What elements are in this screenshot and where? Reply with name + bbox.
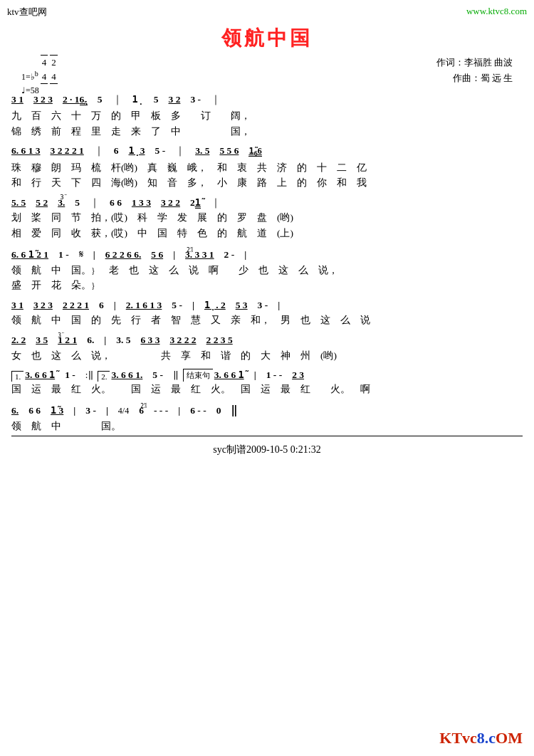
lyrics-line-8a: 领 航 中 国。 bbox=[11, 419, 523, 434]
repeat-bracket-2: 2. bbox=[98, 371, 110, 382]
tempo-block: 1=♭b 44 24 ♩=58 bbox=[21, 55, 58, 97]
notation-line-2: 6. 6 1 3 3 2 2 2 1 ｜ 6 1̣3 5 - ｜ 3. 5 5 … bbox=[11, 143, 523, 159]
repeat-bracket-1: 1. bbox=[11, 371, 23, 382]
lyrics-line-7a: 国 运 最 红 火。 国 运 最 红 火。 国 运 最 红 火。 啊 bbox=[11, 382, 523, 397]
lyrics-line-1a: 九 百 六 十 万 的 甲 板 多 订 阔， bbox=[11, 108, 523, 124]
header-right: www.ktvc8.com bbox=[466, 6, 527, 17]
lyrics-line-2b: 和 行 天 下 四 海(哟) 知 音 多， 小 康 路 上 的 你 和 我 bbox=[11, 175, 523, 191]
header-left: ktv查吧网 bbox=[7, 6, 47, 19]
authors: 作词：李福胜 曲波 作曲：蜀 远 生 bbox=[436, 55, 513, 86]
lyrics-line-5a: 领 航 中 国 的 先 行 者 智 慧 又 亲 和， 男 也 这 么 说 bbox=[11, 313, 523, 328]
notation-line-5: 3 1 3 2 3 2 2 2 1 6 | 2. 1 6 1 3 5 - | 1… bbox=[11, 298, 523, 313]
notation-line-7b: 3. 6 6 1. 5 - ‖ bbox=[111, 369, 178, 382]
notation-line-4: 6. 6 1̃ 2 1 1 - 𝄋 | 6 2 2 6 6. 5 6 | 2̈3… bbox=[11, 246, 523, 263]
footer-logo: KTvc8.cOM bbox=[439, 729, 523, 747]
notation-line-7c: 3. 6 6 1̃ | 1 - - 2 3 bbox=[214, 369, 304, 382]
lyrics-line-4a: 领 航 中 国。｝ 老 也 这 么 说 啊 少 也 这 么 说， bbox=[11, 263, 523, 278]
notation-line-6: 2. 2 3 5 3̈1 2 1 6. | 3. 5 6 3 3 3 2 2 2… bbox=[11, 332, 523, 348]
meta-info: 1=♭b 44 24 ♩=58 作词：李福胜 曲波 作曲：蜀 远 生 bbox=[21, 55, 513, 92]
notation-line-7a: 3. 6 6 1̃ 1 - :‖ bbox=[25, 369, 93, 382]
main-title: 领航中国 bbox=[0, 0, 534, 55]
lyrics-line-3a: 划 桨 同 节 拍，(哎) 科 学 发 展 的 罗 盘 (哟) bbox=[11, 210, 523, 226]
score-wrapper: 3 1 3 2 3 2 · 165 5 ｜ 1̣ 5 3 2 3 - ｜ 九 百… bbox=[11, 92, 523, 436]
footer-credit: syc制谱2009-10-5 0:21:32 bbox=[0, 443, 534, 456]
repeat-bracket-ending: 结束句 bbox=[183, 369, 213, 382]
notation-line-8: 6. 6 6 1̃ 3 | 3 - | 4/4 2̈36 - - - | 6 -… bbox=[11, 401, 523, 419]
notation-line-1: 3 1 3 2 3 2 · 165 5 ｜ 1̣ 5 3 2 3 - ｜ bbox=[11, 92, 523, 108]
notation-line-7-container: 1. 3. 6 6 1̃ 1 - :‖ 2. 3. 6 6 1. 5 - ‖ 结… bbox=[11, 369, 523, 382]
lyrics-line-2a: 珠 穆 朗 玛 梳 杆(哟) 真 巍 峨， 和 衷 共 济 的 十 二 亿 bbox=[11, 160, 523, 176]
lyrics-line-6a: 女 也 这 么 说， 共 享 和 谐 的 大 神 州 (哟) bbox=[11, 348, 523, 364]
lyrics-line-3b: 相 爱 同 收 获，(哎) 中 国 特 色 的 航 道 (上) bbox=[11, 226, 523, 241]
lyrics-line-1b: 锦 绣 前 程 里 走 来 了 中 国， bbox=[11, 124, 523, 140]
lyrics-line-4b: 盛 开 花 朵。｝ bbox=[11, 278, 523, 293]
notation-line-3: 5. 5 5 2 3̈3. 5 ｜ 6 6 1 3 3 3 2 2 21̃ ｜ bbox=[11, 195, 523, 211]
